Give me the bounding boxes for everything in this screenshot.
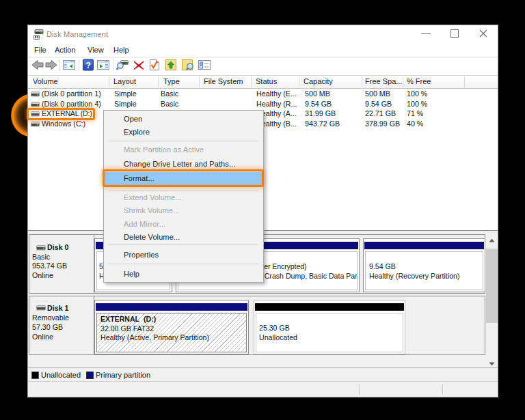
svg-text:?: ? xyxy=(85,61,91,70)
